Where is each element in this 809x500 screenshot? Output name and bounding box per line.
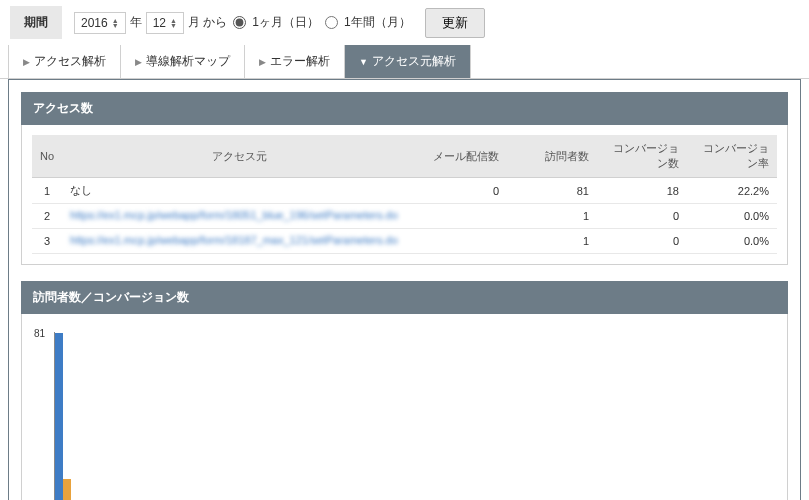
chevron-right-icon: ▶ — [23, 57, 30, 67]
cell-visitors: 1 — [507, 229, 597, 254]
period-label: 期間 — [10, 6, 62, 39]
bar-group — [55, 333, 71, 500]
radio-1year-label: 1年間（月） — [344, 14, 411, 31]
table-row: 1なし0811822.2% — [32, 178, 777, 204]
period-bar: 期間 2016 ▲▼ 年 12 ▲▼ 月 から 1ヶ月（日） 1年間（月） 更新 — [0, 0, 809, 45]
table-row: 3https://ex1.mcp.jp/webapp/form/18187_ma… — [32, 229, 777, 254]
update-button[interactable]: 更新 — [425, 8, 485, 38]
cell-conversions: 18 — [597, 178, 687, 204]
cell-referrer: https://ex1.mcp.jp/webapp/form/18051_blu… — [62, 204, 417, 229]
panel-body: No アクセス元 メール配信数 訪問者数 コンバージョン数 コンバージョン率 1… — [21, 125, 788, 265]
cell-rate: 0.0% — [687, 229, 777, 254]
chevron-right-icon: ▶ — [259, 57, 266, 67]
table-header-row: No アクセス元 メール配信数 訪問者数 コンバージョン数 コンバージョン率 — [32, 135, 777, 178]
cell-mail: 0 — [417, 178, 507, 204]
spinner-arrows-icon[interactable]: ▲▼ — [112, 18, 119, 28]
cell-referrer: なし — [62, 178, 417, 204]
panel-access-count: アクセス数 No アクセス元 メール配信数 訪問者数 コンバージョン数 コンバー… — [21, 92, 788, 265]
bar-chart: 81 0 No.1No.2No.3 — [32, 324, 777, 500]
referrer-table: No アクセス元 メール配信数 訪問者数 コンバージョン数 コンバージョン率 1… — [32, 135, 777, 254]
panel-body: 81 0 No.1No.2No.3 — [21, 314, 788, 500]
chevron-down-icon: ▼ — [359, 57, 368, 67]
month-suffix: 月 から — [188, 14, 227, 31]
month-spinner[interactable]: 12 ▲▼ — [146, 12, 184, 34]
col-referrer: アクセス元 — [62, 135, 417, 178]
tabs: ▶アクセス解析 ▶導線解析マップ ▶エラー解析 ▼アクセス元解析 — [0, 45, 809, 79]
tab-access-analysis[interactable]: ▶アクセス解析 — [8, 45, 121, 78]
tab-label: アクセス解析 — [34, 53, 106, 70]
col-conversions: コンバージョン数 — [597, 135, 687, 178]
table-row: 2https://ex1.mcp.jp/webapp/form/18051_bl… — [32, 204, 777, 229]
col-rate: コンバージョン率 — [687, 135, 777, 178]
cell-no: 1 — [32, 178, 62, 204]
y-max-label: 81 — [34, 328, 45, 339]
tab-flow-map[interactable]: ▶導線解析マップ — [121, 45, 245, 78]
cell-visitors: 1 — [507, 204, 597, 229]
month-value: 12 — [153, 16, 166, 30]
cell-visitors: 81 — [507, 178, 597, 204]
cell-conversions: 0 — [597, 204, 687, 229]
content-frame: アクセス数 No アクセス元 メール配信数 訪問者数 コンバージョン数 コンバー… — [8, 79, 801, 500]
tab-error-analysis[interactable]: ▶エラー解析 — [245, 45, 345, 78]
chevron-right-icon: ▶ — [135, 57, 142, 67]
col-no: No — [32, 135, 62, 178]
cell-no: 3 — [32, 229, 62, 254]
tab-label: アクセス元解析 — [372, 53, 456, 70]
radio-1month[interactable] — [233, 16, 246, 29]
radio-1month-label: 1ヶ月（日） — [252, 14, 319, 31]
panel-chart: 訪問者数／コンバージョン数 81 0 No.1No.2No.3 — [21, 281, 788, 500]
panel-title: アクセス数 — [21, 92, 788, 125]
tab-label: エラー解析 — [270, 53, 330, 70]
referrer-text: なし — [70, 184, 92, 196]
cell-conversions: 0 — [597, 229, 687, 254]
cell-rate: 22.2% — [687, 178, 777, 204]
bar — [55, 333, 63, 500]
bar — [63, 479, 71, 500]
spinner-arrows-icon[interactable]: ▲▼ — [170, 18, 177, 28]
year-spinner[interactable]: 2016 ▲▼ — [74, 12, 126, 34]
cell-mail — [417, 229, 507, 254]
tab-label: 導線解析マップ — [146, 53, 230, 70]
year-suffix: 年 — [130, 14, 142, 31]
referrer-link[interactable]: https://ex1.mcp.jp/webapp/form/18051_blu… — [70, 209, 398, 221]
cell-mail — [417, 204, 507, 229]
cell-rate: 0.0% — [687, 204, 777, 229]
radio-1year[interactable] — [325, 16, 338, 29]
year-value: 2016 — [81, 16, 108, 30]
cell-referrer: https://ex1.mcp.jp/webapp/form/18187_max… — [62, 229, 417, 254]
cell-no: 2 — [32, 204, 62, 229]
col-visitors: 訪問者数 — [507, 135, 597, 178]
col-mail: メール配信数 — [417, 135, 507, 178]
referrer-link[interactable]: https://ex1.mcp.jp/webapp/form/18187_max… — [70, 234, 398, 246]
panel-title: 訪問者数／コンバージョン数 — [21, 281, 788, 314]
tab-referrer-analysis[interactable]: ▼アクセス元解析 — [345, 45, 471, 78]
